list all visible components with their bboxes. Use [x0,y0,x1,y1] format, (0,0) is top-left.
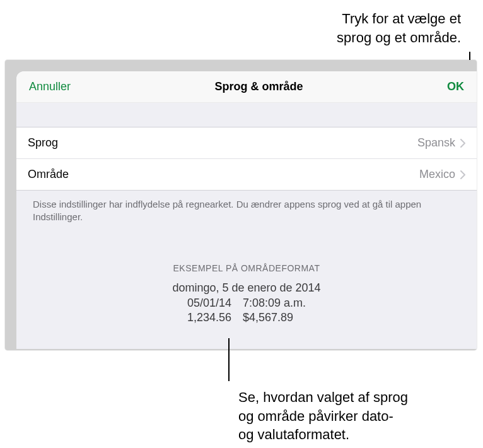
row-label: Område [28,168,69,181]
example-section: EKSEMPEL PÅ OMRÅDEFORMAT domingo, 5 de e… [16,263,477,324]
settings-footer-text: Disse indstillinger har indflydelse på r… [16,191,477,232]
annotation-text: sprog og et område. [337,28,461,47]
annotation-text: Tryk for at vælge et [337,9,461,28]
annotation-text: og område påvirker dato- [238,407,408,426]
example-short-date: 05/01/14 [187,297,231,310]
ok-button[interactable]: OK [447,80,464,93]
modal-header: Annuller Sprog & område OK [16,71,477,103]
callout-line [228,338,230,381]
chevron-right-icon [460,170,465,179]
example-number: 1,234.56 [187,311,231,324]
example-grid: 05/01/14 7:08:09 a.m. 1,234.56 $4,567.89 [187,297,306,324]
row-value: Mexico [419,168,455,181]
chevron-right-icon [460,139,465,148]
language-region-modal: Annuller Sprog & område OK Sprog Spansk … [16,71,477,349]
example-header: EKSEMPEL PÅ OMRÅDEFORMAT [16,263,477,273]
row-label: Sprog [28,136,58,150]
example-full-date: domingo, 5 de enero de 2014 [16,280,477,297]
annotation-text: Se, hvordan valget af sprog [238,388,408,407]
language-row[interactable]: Sprog Spansk [16,127,477,159]
settings-group: Sprog Spansk Område Mexico [16,127,477,191]
region-row[interactable]: Område Mexico [16,159,477,190]
modal-title: Sprog & område [215,80,303,93]
annotation-top: Tryk for at vælge et sprog og et område. [337,9,461,47]
example-time: 7:08:09 a.m. [243,297,306,310]
row-value: Spansk [417,136,455,150]
screenshot-frame: Annuller Sprog & område OK Sprog Spansk … [5,60,477,350]
annotation-text: og valutaformatet. [238,425,408,444]
row-value-container: Spansk [417,136,465,150]
annotation-bottom: Se, hvordan valget af sprog og område på… [238,388,408,444]
row-value-container: Mexico [419,168,465,181]
cancel-button[interactable]: Annuller [29,80,71,93]
example-currency: $4,567.89 [243,311,306,324]
